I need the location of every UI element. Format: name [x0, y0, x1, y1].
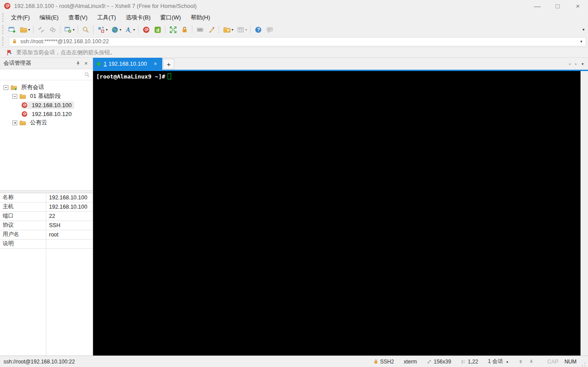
terminal-wrap: [root@AlmaLinux9 ~]#: [93, 71, 588, 356]
notification-text: 要添加当前会话，点击左侧的箭头按钮。: [16, 49, 116, 56]
collapse-icon[interactable]: [4, 85, 8, 90]
tab-close-icon[interactable]: ×: [153, 61, 158, 67]
menu-window[interactable]: 窗口(W): [155, 12, 186, 23]
menu-view[interactable]: 查看(V): [64, 12, 92, 23]
status-scroll-buttons: [518, 359, 536, 364]
collapse-icon[interactable]: [12, 94, 17, 99]
new-terminal-folder-dropdown[interactable]: ▾: [232, 28, 235, 32]
terminal-screen[interactable]: [root@AlmaLinux9 ~]#: [93, 71, 581, 356]
toolbar: ▾ ▾ ▾ ▾ A ▾ d ▾ ▾ ? ▾: [0, 23, 588, 36]
menu-file[interactable]: 文件(F): [6, 12, 35, 23]
address-url[interactable]: ssh://root:******@192.168.10.100:22: [20, 38, 579, 45]
tree-item-folder-public-cloud[interactable]: 公有云: [0, 118, 93, 127]
quick-command-dropdown[interactable]: ▾: [245, 28, 248, 32]
disconnect-button[interactable]: [36, 24, 46, 35]
search-icon: [82, 26, 90, 34]
property-row: 主机 192.168.10.100: [0, 202, 93, 212]
compose-layout-dropdown[interactable]: ▾: [106, 28, 109, 32]
pin-panel-button[interactable]: [74, 60, 82, 67]
compose-layout-button[interactable]: [96, 24, 106, 35]
font-button[interactable]: A: [123, 24, 134, 35]
tree-item-session-120[interactable]: 192.168.10.120: [0, 109, 93, 118]
menu-bar: 文件(F) 编辑(E) 查看(V) 工具(T) 选项卡(B) 窗口(W) 帮助(…: [0, 11, 588, 23]
session-properties-dropdown[interactable]: ▾: [73, 28, 76, 32]
resize-icon: [427, 359, 432, 364]
xftp-button[interactable]: d: [152, 24, 163, 35]
help-button[interactable]: ?: [253, 24, 263, 35]
new-session-button[interactable]: [7, 24, 17, 35]
maximize-button[interactable]: □: [547, 0, 568, 11]
resize-grip[interactable]: [581, 362, 586, 367]
tab-active-session[interactable]: 1 192.168.10.100 ×: [93, 58, 162, 70]
property-label: 用户名: [0, 230, 46, 239]
menu-tab[interactable]: 选项卡(B): [121, 12, 155, 23]
property-label: 端口: [0, 212, 46, 221]
menu-grip-handle[interactable]: [2, 13, 5, 22]
address-dropdown[interactable]: ▾: [579, 39, 583, 44]
new-terminal-folder-button[interactable]: [221, 24, 232, 35]
status-cursor-position-label: 1,22: [468, 359, 478, 365]
main-area: 会话管理器 × 所有会话: [0, 58, 588, 356]
toolbar-separator: [165, 26, 165, 34]
notification-bar: 要添加当前会话，点击左侧的箭头按钮。: [0, 47, 588, 58]
open-folder-icon: [20, 26, 27, 34]
quick-command-button[interactable]: [235, 24, 246, 35]
status-session-count[interactable]: 1 会话 ▴: [488, 358, 508, 365]
encoding-button[interactable]: [109, 24, 120, 35]
scroll-up-icon[interactable]: [518, 359, 524, 364]
panel-splitter[interactable]: [0, 190, 93, 193]
search-icon: [84, 72, 90, 78]
address-grip-handle[interactable]: [2, 37, 5, 46]
find-button[interactable]: [80, 24, 91, 35]
ssl-lock-icon: [12, 39, 17, 44]
reconnect-button[interactable]: [47, 24, 58, 35]
encoding-dropdown[interactable]: ▾: [120, 28, 123, 32]
open-session-button[interactable]: [18, 24, 29, 35]
open-session-dropdown[interactable]: ▾: [28, 28, 31, 32]
lock-icon: [373, 359, 378, 364]
expand-icon[interactable]: [12, 120, 17, 125]
close-panel-button[interactable]: ×: [82, 60, 90, 67]
layout-icon: [97, 26, 105, 34]
status-terminal-type-label: xterm: [404, 359, 417, 365]
toolbar-overflow-dropdown[interactable]: ▾: [582, 27, 584, 32]
property-value: 22: [46, 212, 93, 221]
menu-help[interactable]: 帮助(H): [186, 12, 215, 23]
highlight-pen-button[interactable]: [206, 24, 217, 35]
session-properties-button[interactable]: [63, 24, 73, 35]
tab-list-dropdown[interactable]: ▾: [581, 62, 584, 66]
tree-item-session-100[interactable]: 192.168.10.100: [0, 101, 93, 109]
scroll-down-icon[interactable]: [528, 359, 534, 364]
menu-edit[interactable]: 编辑(E): [35, 12, 64, 23]
address-bar[interactable]: ssh://root:******@192.168.10.100:22 ▾: [9, 37, 586, 46]
minimize-button[interactable]: —: [527, 0, 547, 11]
status-caps-lock: CAP: [547, 359, 558, 365]
xshell-button[interactable]: [141, 24, 151, 35]
tab-scroll-right-icon[interactable]: ▸: [575, 61, 577, 66]
disconnect-icon: [37, 26, 45, 34]
new-tab-button[interactable]: +: [163, 59, 174, 69]
property-label: 主机: [0, 202, 46, 211]
terminal-scrollbar[interactable]: [581, 71, 588, 356]
tab-scroll-left-icon[interactable]: ◂: [568, 61, 570, 66]
tree-item-all-sessions[interactable]: 所有会话: [0, 83, 93, 92]
toolbar-grip-handle[interactable]: [2, 25, 5, 34]
lock-screen-button[interactable]: [179, 24, 190, 35]
fullscreen-button[interactable]: [168, 24, 178, 35]
reconnect-icon: [49, 26, 56, 34]
toolbar-separator: [250, 26, 251, 34]
pin-icon: [75, 61, 81, 66]
property-label: 名称: [0, 193, 46, 202]
tree-item-folder-01[interactable]: 01 基础阶段: [0, 92, 93, 101]
property-label: 协议: [0, 221, 46, 230]
property-value: SSH: [46, 221, 93, 230]
session-properties-icon: [64, 26, 72, 34]
property-value: [46, 240, 93, 248]
font-icon: A: [125, 26, 132, 34]
virtual-keyboard-button[interactable]: [195, 24, 205, 35]
session-search-input[interactable]: [3, 71, 84, 79]
feedback-chat-button[interactable]: [264, 24, 275, 35]
font-dropdown[interactable]: ▾: [133, 28, 136, 32]
menu-tools[interactable]: 工具(T): [92, 12, 121, 23]
close-button[interactable]: ×: [568, 0, 588, 11]
